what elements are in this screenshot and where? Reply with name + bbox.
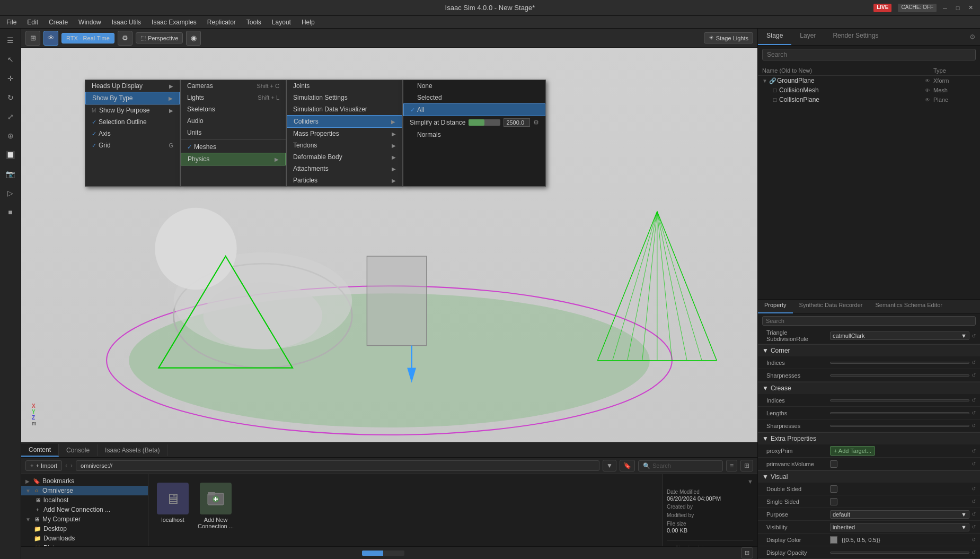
collisionmesh-eye-icon[interactable]: 👁 xyxy=(925,88,933,93)
menu-help[interactable]: Help xyxy=(299,18,317,27)
stage-search-input[interactable] xyxy=(762,49,976,60)
menu-item-grid[interactable]: ✓ Grid G xyxy=(85,139,180,151)
corner-sharpnesses-reset[interactable]: ↺ xyxy=(972,372,976,378)
viewport-extra-icon[interactable]: ◉ xyxy=(186,31,201,46)
menu-item-particles[interactable]: Particles ▶ xyxy=(287,174,402,186)
sidebar-camera-icon[interactable]: 📷 xyxy=(3,167,18,181)
content-item-add-connection[interactable]: Add New Connection ... xyxy=(197,483,234,529)
menu-item-skeletons[interactable]: Skeletons xyxy=(181,103,286,115)
sidebar-item-downloads[interactable]: 📁 Downloads xyxy=(21,534,148,543)
menu-item-audio[interactable]: Audio xyxy=(181,115,286,127)
sidebar-stop-icon[interactable]: ■ xyxy=(3,205,18,220)
tree-row-collisionmesh[interactable]: □ CollisionMesh 👁 Mesh xyxy=(758,85,980,95)
crease-lengths-input[interactable] xyxy=(830,412,969,414)
tab-synthetic-data[interactable]: Synthetic Data Recorder xyxy=(793,300,869,313)
crease-indices-input[interactable] xyxy=(830,399,969,401)
sidebar-transform-icon[interactable]: ⊕ xyxy=(3,128,18,143)
subdivision-reset-icon[interactable]: ↺ xyxy=(972,333,976,339)
visibility-reset[interactable]: ↺ xyxy=(972,524,976,530)
sidebar-item-localhost[interactable]: 🖥 localhost xyxy=(21,495,148,505)
is-volume-checkbox[interactable] xyxy=(830,460,837,468)
single-sided-checkbox[interactable] xyxy=(830,498,837,505)
nav-back-icon[interactable]: ‹ xyxy=(65,462,67,469)
sidebar-move-icon[interactable]: ✛ xyxy=(3,71,18,86)
menu-item-tendons[interactable]: Tendons ▶ xyxy=(287,139,402,151)
menu-window[interactable]: Window xyxy=(76,18,103,27)
crease-sharpnesses-reset[interactable]: ↺ xyxy=(972,423,976,429)
collisionplane-eye-icon[interactable]: 👁 xyxy=(925,97,933,103)
menu-isaac-examples[interactable]: Isaac Examples xyxy=(149,18,199,27)
bookmark-button[interactable]: 🔖 xyxy=(620,460,635,471)
single-sided-reset[interactable]: ↺ xyxy=(972,499,976,504)
purpose-reset[interactable]: ↺ xyxy=(972,511,976,517)
extra-props-header[interactable]: ▼ Extra Properties xyxy=(758,433,980,444)
sidebar-item-bookmarks[interactable]: ▶ 🔖 Bookmarks xyxy=(21,476,148,486)
import-button[interactable]: + + Import xyxy=(25,460,62,471)
menu-item-colliders[interactable]: Colliders ▶ xyxy=(287,115,402,128)
is-volume-reset[interactable]: ↺ xyxy=(972,461,976,467)
menu-item-all[interactable]: ✓ All xyxy=(403,103,545,116)
menu-layout[interactable]: Layout xyxy=(270,18,293,27)
menu-item-lights[interactable]: Lights Shift + L xyxy=(181,92,286,103)
add-target-button[interactable]: + Add Target... xyxy=(830,446,875,456)
tab-render-settings[interactable]: Render Settings xyxy=(824,29,887,45)
tab-property[interactable]: Property xyxy=(758,300,793,313)
menu-item-simulation-data[interactable]: Simulation Data Visualizer xyxy=(287,103,402,115)
corner-section-header[interactable]: ▼ Corner xyxy=(758,345,980,356)
crease-section-header[interactable]: ▼ Crease xyxy=(758,382,980,394)
proxy-prim-reset[interactable]: ↺ xyxy=(972,448,976,454)
sidebar-item-my-computer[interactable]: ▼ 🖥 My Computer xyxy=(21,514,148,524)
content-item-localhost[interactable]: 🖥 localhost xyxy=(157,483,189,529)
menu-item-heads-up-display[interactable]: Heads Up Display ▶ xyxy=(85,80,180,92)
menu-item-axis[interactable]: ✓ Axis xyxy=(85,128,180,139)
tab-isaac-assets[interactable]: Isaac Assets (Beta) xyxy=(98,444,167,456)
tab-console[interactable]: Console xyxy=(59,444,98,456)
menu-item-show-by-type[interactable]: Show By Type ▶ xyxy=(85,92,180,104)
property-search-input[interactable] xyxy=(762,316,976,326)
menu-item-meshes[interactable]: ✓ Meshes xyxy=(181,141,286,153)
tab-stage[interactable]: Stage xyxy=(758,29,791,45)
tab-semantics-schema[interactable]: Semantics Schema Editor xyxy=(869,300,949,313)
crease-lengths-reset[interactable]: ↺ xyxy=(972,410,976,416)
viewport-panel-icon[interactable]: ⊞ xyxy=(25,31,40,46)
menu-item-none[interactable]: None xyxy=(403,80,545,92)
subdivision-select[interactable]: catmullClark ▼ xyxy=(830,331,969,340)
tab-content[interactable]: Content xyxy=(21,444,59,457)
sidebar-hamburger-icon[interactable]: ☰ xyxy=(3,33,18,48)
nav-forward-icon[interactable]: › xyxy=(70,462,73,469)
menu-item-normals[interactable]: Normals xyxy=(403,129,545,141)
menu-item-selected[interactable]: Selected xyxy=(403,92,545,103)
filter-icon[interactable]: ⚙ xyxy=(969,33,976,41)
display-opacity-input[interactable] xyxy=(830,552,969,554)
display-color-swatch[interactable] xyxy=(830,536,837,544)
sidebar-play-icon[interactable]: ▷ xyxy=(3,186,18,200)
renderer-button[interactable]: RTX - Real-Time xyxy=(61,33,114,43)
tree-row-groundplane[interactable]: ▼ 🔗 GroundPlane 👁 Xform xyxy=(758,76,980,85)
simplify-settings-icon[interactable]: ⚙ xyxy=(533,119,539,126)
menu-isaac-utils[interactable]: Isaac Utils xyxy=(110,18,143,27)
content-search-input[interactable]: 🔍 Search xyxy=(638,460,723,471)
menu-item-selection-outline[interactable]: ✓ Selection Outline xyxy=(85,116,180,128)
menu-item-joints[interactable]: Joints xyxy=(287,80,402,92)
sidebar-scale-icon[interactable]: ⤢ xyxy=(3,109,18,124)
view-filter-button[interactable]: ≡ xyxy=(726,460,737,471)
corner-sharpnesses-input[interactable] xyxy=(830,374,969,377)
display-opacity-reset[interactable]: ↺ xyxy=(972,549,976,555)
viewport-canvas[interactable]: X Y Z m Heads Up Display ▶ xyxy=(21,48,757,442)
menu-file[interactable]: File xyxy=(4,18,19,27)
menu-replicator[interactable]: Replicator xyxy=(205,18,238,27)
visibility-select[interactable]: inherited ▼ xyxy=(830,523,969,531)
corner-indices-reset[interactable]: ↺ xyxy=(972,360,976,365)
menu-edit[interactable]: Edit xyxy=(25,18,40,27)
visual-section-header[interactable]: ▼ Visual xyxy=(758,471,980,483)
groundplane-eye-icon[interactable]: 👁 xyxy=(925,78,933,84)
purpose-select[interactable]: default ▼ xyxy=(830,510,969,519)
menu-item-physics[interactable]: Physics ▶ xyxy=(181,153,286,165)
perspective-button[interactable]: ⬚ Perspective xyxy=(136,32,183,43)
maximize-button[interactable]: □ xyxy=(953,4,962,12)
menu-create[interactable]: Create xyxy=(47,18,70,27)
double-sided-checkbox[interactable] xyxy=(830,485,837,493)
menu-item-deformable-body[interactable]: Deformable Body ▶ xyxy=(287,151,402,163)
menu-item-mass-properties[interactable]: Mass Properties ▶ xyxy=(287,128,402,139)
corner-indices-input[interactable] xyxy=(830,362,969,364)
